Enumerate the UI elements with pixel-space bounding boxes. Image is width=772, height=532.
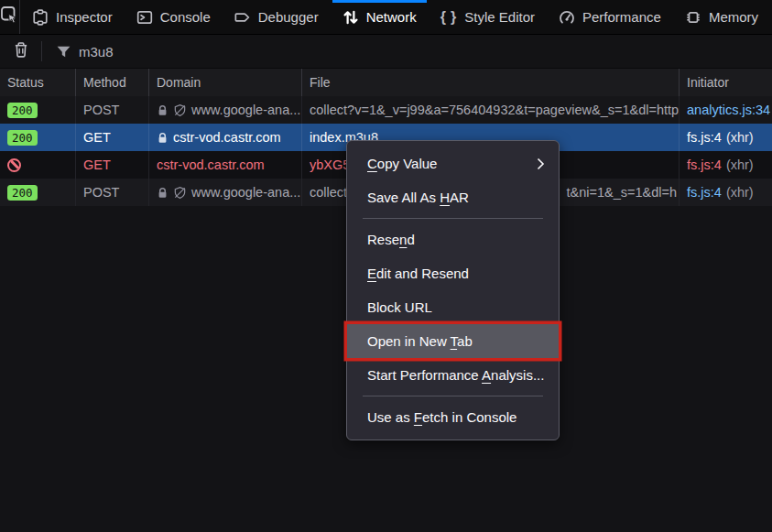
element-picker-button[interactable] [0, 0, 20, 34]
method-cell: GET [76, 151, 149, 179]
tab-console[interactable]: Console [125, 0, 223, 34]
tab-debugger[interactable]: Debugger [223, 0, 331, 34]
status-cell: 200 [0, 96, 76, 124]
menu-separator [363, 218, 543, 219]
tab-memory[interactable]: Memory [673, 0, 770, 34]
method-cell: POST [76, 179, 149, 206]
domain-cell: www.google-ana... [149, 96, 302, 124]
column-header-status[interactable]: Status [0, 69, 76, 96]
tab-label: Debugger [258, 9, 319, 25]
initiator-cell: fs.js:4 (xhr) [680, 179, 772, 206]
devtools-window: Inspector Console Debugger [0, 0, 772, 532]
console-icon [136, 9, 153, 26]
memory-icon [685, 9, 701, 26]
initiator-cell: fs.js:4 (xhr) [680, 124, 772, 151]
initiator-link[interactable]: fs.js:4 [687, 185, 722, 200]
column-header-method[interactable]: Method [76, 69, 149, 96]
style-editor-icon: { } [440, 9, 458, 26]
initiator-cause: (xhr) [726, 130, 754, 145]
menu-item-copy-value[interactable]: Copy Value [347, 147, 559, 180]
domain-text: www.google-ana... [191, 103, 300, 117]
menu-separator [363, 396, 543, 396]
domain-text: cstr-vod.castr.com [157, 157, 265, 172]
filter-icon [56, 44, 71, 60]
tab-label: Console [160, 9, 211, 25]
network-icon [343, 9, 359, 26]
status-cell: 200 [0, 179, 76, 206]
filter-requests-input[interactable] [79, 44, 225, 60]
tracking-protection-shield-icon [173, 103, 187, 117]
file-cell: collect?v=1&_v=j99&a=756404932&t=pagevie… [302, 96, 680, 124]
method-cell: GET [76, 124, 149, 151]
debugger-icon [234, 9, 251, 26]
menu-item-open-in-new-tab[interactable]: Open in New Tab [347, 324, 559, 358]
initiator-link[interactable]: analytics.js:34 [687, 103, 770, 117]
domain-text: cstr-vod.castr.com [173, 130, 281, 145]
column-header-file[interactable]: File [302, 69, 680, 96]
status-badge: 200 [7, 185, 38, 201]
status-badge: 200 [7, 130, 38, 146]
menu-item-label: Save All As [367, 190, 440, 205]
devtools-tabbar: Inspector Console Debugger [0, 0, 772, 35]
tab-label: Style Editor [464, 9, 535, 25]
domain-cell: www.google-ana... [149, 179, 302, 206]
file-text-tail: t&ni=1&_s=1&dl=h [566, 179, 677, 206]
domain-text: www.google-ana... [191, 185, 300, 200]
initiator-cause: (xhr) [726, 185, 754, 200]
inspector-icon [32, 9, 49, 26]
trash-icon [13, 41, 29, 62]
initiator-cell: fs.js:4 (xhr) [680, 151, 772, 179]
clear-requests-button[interactable] [0, 35, 41, 68]
lock-icon [157, 132, 169, 144]
menu-item-resend[interactable]: Resend [347, 223, 559, 256]
domain-cell: cstr-vod.castr.com [149, 124, 302, 151]
lock-icon [157, 187, 169, 199]
tab-style-editor[interactable]: { } Style Editor [429, 0, 547, 34]
menu-item-label: E [367, 266, 376, 281]
column-header-domain[interactable]: Domain [149, 69, 302, 96]
domain-cell: cstr-vod.castr.com [149, 151, 302, 179]
menu-item-label: Open in New [367, 333, 451, 349]
method-cell: POST [76, 96, 149, 124]
status-badge: 200 [7, 103, 38, 118]
tab-performance[interactable]: Performance [547, 0, 673, 34]
menu-item-save-all-as-har[interactable]: Save All As HAR [347, 180, 559, 214]
tracking-protection-shield-icon [173, 186, 187, 200]
menu-item-use-as-fetch-in-console[interactable]: Use as Fetch in Console [347, 400, 559, 434]
toolbar-separator [41, 41, 42, 61]
tab-label: Memory [709, 9, 758, 25]
context-menu: Copy Value Save All As HAR Resend Edit a… [346, 140, 560, 440]
menu-item-start-performance-analysis[interactable]: Start Performance Analysis... [347, 358, 559, 392]
tab-network[interactable]: Network [331, 0, 429, 34]
column-header-initiator[interactable]: Initiator [680, 69, 772, 96]
initiator-cause: (xhr) [726, 157, 754, 172]
lock-icon [157, 104, 169, 116]
menu-item-label: opy Value [377, 156, 438, 171]
status-cell [0, 151, 76, 179]
tab-inspector[interactable]: Inspector [20, 0, 125, 34]
menu-item-label: Start Performance [367, 367, 482, 383]
menu-item-label: Rese [367, 232, 399, 247]
menu-item-label: C [367, 156, 377, 171]
performance-icon [559, 9, 575, 26]
submenu-arrow-icon [537, 157, 545, 170]
network-toolbar [0, 35, 772, 69]
menu-item-label: Block URL [367, 299, 432, 315]
initiator-link[interactable]: fs.js:4 [687, 130, 722, 145]
element-picker-icon [0, 5, 19, 28]
request-row[interactable]: 200 POST www.google-ana... [0, 96, 772, 124]
tab-label: Inspector [56, 9, 113, 25]
status-cell: 200 [0, 124, 76, 151]
tab-label: Performance [582, 9, 661, 25]
menu-item-edit-and-resend[interactable]: Edit and Resend [347, 256, 559, 290]
blocked-icon [7, 158, 21, 172]
tab-label: Network [366, 9, 417, 25]
menu-item-block-url[interactable]: Block URL [347, 290, 559, 324]
requests-table-header: Status Method Domain File Initiator [0, 69, 772, 96]
menu-item-label: Use as [367, 409, 414, 425]
initiator-cell: analytics.js:34 (x [680, 96, 772, 124]
initiator-link[interactable]: fs.js:4 [687, 157, 722, 172]
